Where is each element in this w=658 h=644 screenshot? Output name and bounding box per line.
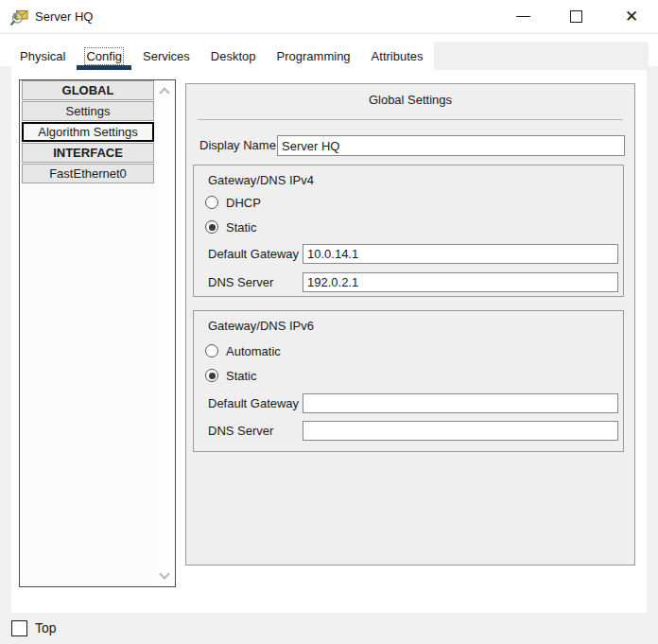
tab-config[interactable]: Config [76, 42, 132, 70]
ipv6-static-radio[interactable]: Static [205, 368, 257, 383]
tab-services[interactable]: Services [132, 42, 200, 70]
tab-attributes[interactable]: Attributes [361, 42, 434, 70]
ipv4-dhcp-label: DHCP [226, 196, 261, 210]
maximize-button[interactable] [555, 0, 597, 32]
ipv4-static-label: Static [226, 220, 257, 235]
ipv6-dns-server-input[interactable] [303, 421, 618, 441]
sidebar-item-settings[interactable]: Settings [22, 101, 154, 121]
sidebar-item-interface[interactable]: INTERFACE [22, 143, 154, 163]
global-settings-panel: Global Settings Display Name Gateway/DNS… [185, 83, 635, 566]
tab-desktop[interactable]: Desktop [200, 42, 267, 70]
selected-tab-underline [77, 65, 131, 70]
close-button[interactable]: ✕ [611, 0, 652, 32]
ipv4-dhcp-radio[interactable]: DHCP [205, 195, 261, 210]
packet-tracer-app-icon [10, 7, 30, 26]
ipv4-dns-server-label: DNS Server [208, 272, 273, 292]
sidebar-item-global[interactable]: GLOBAL [22, 80, 154, 100]
ipv6-automatic-label: Automatic [226, 344, 281, 358]
tab-bar: Physical Config Services Desktop Program… [9, 42, 649, 70]
gateway-dns-ipv4-group: Gateway/DNS IPv4 DHCP Static Default Gat… [193, 165, 624, 297]
ipv4-default-gateway-input[interactable] [303, 244, 618, 264]
window-title: Server HQ [35, 0, 93, 33]
ipv4-dns-server-input[interactable] [303, 272, 618, 292]
ipv6-static-label: Static [226, 369, 257, 383]
top-checkbox[interactable] [11, 620, 27, 636]
tab-programming[interactable]: Programming [267, 42, 361, 70]
panel-title: Global Settings [186, 93, 634, 107]
footer-bar: Top [0, 613, 658, 644]
gateway-dns-ipv6-group: Gateway/DNS IPv6 Automatic Static Defaul… [193, 310, 624, 452]
top-checkbox-label: Top [35, 613, 57, 644]
ipv6-default-gateway-label: Default Gateway [208, 393, 299, 413]
scroll-up-icon[interactable] [159, 87, 169, 97]
ipv6-group-title: Gateway/DNS IPv6 [208, 319, 314, 333]
config-sidebar: GLOBAL Settings Algorithm Settings INTER… [19, 79, 176, 587]
ipv4-group-title: Gateway/DNS IPv4 [208, 173, 314, 187]
ipv6-dns-server-label: DNS Server [208, 421, 273, 441]
display-name-label: Display Name [199, 135, 276, 156]
maximize-icon [570, 10, 582, 23]
ipv6-default-gateway-input[interactable] [303, 393, 618, 413]
display-name-input[interactable] [277, 135, 625, 156]
radio-unchecked-icon [205, 344, 218, 357]
sidebar-scrollbar[interactable] [155, 81, 174, 585]
close-icon: ✕ [625, 9, 638, 25]
minimize-button[interactable] [502, 0, 544, 32]
page-margin-right [647, 66, 658, 613]
radio-checked-icon [205, 369, 218, 382]
minimize-icon [516, 16, 530, 17]
ipv4-static-radio[interactable]: Static [205, 219, 257, 235]
divider [198, 119, 623, 120]
radio-unchecked-icon [205, 196, 218, 209]
title-bar: Server HQ ✕ [0, 0, 658, 34]
page-margin-left [0, 66, 11, 613]
sidebar-item-algorithm-settings[interactable]: Algorithm Settings [22, 122, 154, 142]
scroll-down-icon[interactable] [159, 568, 169, 579]
radio-checked-icon [205, 220, 218, 234]
ipv4-default-gateway-label: Default Gateway [208, 244, 299, 264]
ipv6-automatic-radio[interactable]: Automatic [205, 343, 281, 358]
tab-physical[interactable]: Physical [9, 42, 76, 70]
sidebar-item-fastethernet0[interactable]: FastEthernet0 [22, 164, 154, 183]
